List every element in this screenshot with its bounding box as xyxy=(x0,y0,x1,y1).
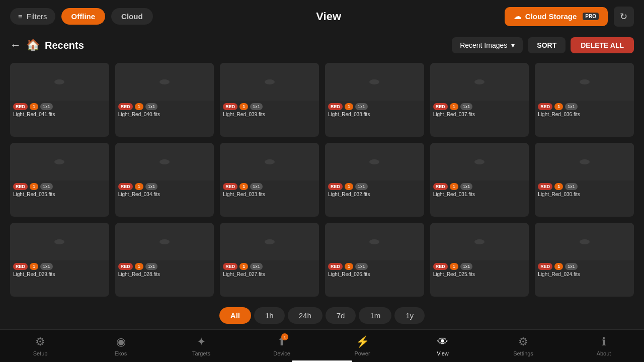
image-card[interactable]: RED 1 1x1 Light_Red_036.fits xyxy=(535,63,634,137)
device-badge: 1 xyxy=(281,333,288,340)
time-filter-1y[interactable]: 1y xyxy=(394,307,425,324)
top-right: ☁ Cloud Storage PRO ↻ xyxy=(505,7,634,27)
image-card[interactable]: RED 1 1x1 Light_Red_026.fits xyxy=(325,223,424,297)
time-filter-24h[interactable]: 24h xyxy=(288,307,323,324)
red-badge: RED xyxy=(13,183,28,190)
image-card[interactable]: RED 1 1x1 Light_Red_037.fits xyxy=(430,63,529,137)
image-card[interactable]: RED 1 1x1 Light_Red_039.fits xyxy=(220,63,319,137)
image-card[interactable]: RED 1 1x1 Light_Red_035.fits xyxy=(10,143,109,217)
image-card[interactable]: RED 1 1x1 Light_Red_030.fits xyxy=(535,143,634,217)
image-thumbnail xyxy=(325,143,424,180)
num-badge: 1 xyxy=(554,103,563,110)
num-badge: 1 xyxy=(345,263,353,270)
nav-item-settings[interactable]: ⚙ Settings xyxy=(483,335,564,356)
recents-title: Recents xyxy=(45,40,84,51)
image-badges: RED 1 1x1 xyxy=(223,183,316,190)
nav-item-view[interactable]: 👁 View xyxy=(403,335,483,356)
page-title: View xyxy=(316,10,341,23)
image-badges: RED 1 1x1 xyxy=(433,263,526,270)
dim-badge: 1x1 xyxy=(565,183,578,190)
image-badges: RED 1 1x1 xyxy=(433,103,526,110)
dim-badge: 1x1 xyxy=(460,103,473,110)
image-badges: RED 1 1x1 xyxy=(13,263,106,270)
num-badge: 1 xyxy=(345,103,353,110)
image-card[interactable]: RED 1 1x1 Light_Red_040.fits xyxy=(115,63,214,137)
num-badge: 1 xyxy=(450,183,458,190)
image-name: Light_Red_029.fits xyxy=(13,272,106,277)
delete-all-button[interactable]: DELETE ALL xyxy=(571,37,634,53)
image-thumbnail xyxy=(10,63,109,101)
image-card[interactable]: RED 1 1x1 Light_Red_028.fits xyxy=(115,223,214,297)
recents-right: Recent Images ▾ SORT DELETE ALL xyxy=(452,37,634,53)
time-filter-1m[interactable]: 1m xyxy=(359,307,391,324)
nav-item-setup[interactable]: ⚙ Setup xyxy=(0,335,80,356)
sort-button[interactable]: SORT xyxy=(528,37,566,53)
image-badges: RED 1 1x1 xyxy=(328,103,421,110)
filter-button[interactable]: ≡ Filters xyxy=(10,8,55,25)
offline-button[interactable]: Offline xyxy=(61,8,106,25)
image-name: Light_Red_038.fits xyxy=(328,112,421,117)
image-card[interactable]: RED 1 1x1 Light_Red_027.fits xyxy=(220,223,319,297)
cloud-storage-button[interactable]: ☁ Cloud Storage PRO xyxy=(505,7,608,26)
nav-item-about[interactable]: ℹ About xyxy=(564,335,644,356)
dim-badge: 1x1 xyxy=(40,183,53,190)
dim-badge: 1x1 xyxy=(355,183,368,190)
nav-label-device: Device xyxy=(273,350,290,356)
nav-item-targets[interactable]: ✦ Targets xyxy=(161,335,242,356)
refresh-button[interactable]: ↻ xyxy=(614,7,634,27)
ekos-icon: ◉ xyxy=(116,335,126,348)
image-card[interactable]: RED 1 1x1 Light_Red_034.fits xyxy=(115,143,214,217)
image-name: Light_Red_026.fits xyxy=(328,272,421,277)
nav-item-power[interactable]: ⚡ Power xyxy=(322,335,403,356)
recent-images-dropdown[interactable]: Recent Images ▾ xyxy=(452,37,523,53)
image-card[interactable]: RED 1 1x1 Light_Red_029.fits xyxy=(10,223,109,297)
dim-badge: 1x1 xyxy=(40,103,53,110)
view-icon: 👁 xyxy=(437,335,448,348)
dropdown-label: Recent Images xyxy=(460,41,507,49)
image-thumbnail xyxy=(325,223,424,260)
image-badges: RED 1 1x1 xyxy=(538,103,631,110)
image-card[interactable]: RED 1 1x1 Light_Red_033.fits xyxy=(220,143,319,217)
chevron-down-icon: ▾ xyxy=(511,41,515,49)
image-thumbnail xyxy=(535,63,634,101)
recents-bar: ← 🏠 Recents Recent Images ▾ SORT DELETE … xyxy=(0,33,644,58)
time-filter-7d[interactable]: 7d xyxy=(326,307,356,324)
nav-item-ekos[interactable]: ◉ Ekos xyxy=(80,335,161,356)
image-badges: RED 1 1x1 xyxy=(13,103,106,110)
image-card[interactable]: RED 1 1x1 Light_Red_025.fits xyxy=(430,223,529,297)
image-thumbnail xyxy=(535,143,634,180)
image-badges: RED 1 1x1 xyxy=(538,263,631,270)
dim-badge: 1x1 xyxy=(145,263,158,270)
red-badge: RED xyxy=(13,103,28,110)
image-card[interactable]: RED 1 1x1 Light_Red_038.fits xyxy=(325,63,424,137)
image-meta: RED 1 1x1 Light_Red_033.fits xyxy=(220,180,319,200)
image-name: Light_Red_036.fits xyxy=(538,112,631,117)
image-thumbnail xyxy=(535,223,634,260)
dim-badge: 1x1 xyxy=(250,263,263,270)
image-badges: RED 1 1x1 xyxy=(538,183,631,190)
image-card[interactable]: RED 1 1x1 Light_Red_031.fits xyxy=(430,143,529,217)
num-badge: 1 xyxy=(239,183,248,190)
image-card[interactable]: RED 1 1x1 Light_Red_032.fits xyxy=(325,143,424,217)
nav-label-ekos: Ekos xyxy=(115,350,127,356)
image-thumbnail xyxy=(220,63,319,101)
about-icon: ℹ xyxy=(602,335,606,348)
cloud-button[interactable]: Cloud xyxy=(111,8,153,25)
cloud-icon: ☁ xyxy=(514,12,521,21)
image-card[interactable]: RED 1 1x1 Light_Red_041.fits xyxy=(10,63,109,137)
time-filter-1h[interactable]: 1h xyxy=(254,307,285,324)
dim-badge: 1x1 xyxy=(565,263,578,270)
refresh-icon: ↻ xyxy=(620,11,627,22)
image-card[interactable]: RED 1 1x1 Light_Red_024.fits xyxy=(535,223,634,297)
num-badge: 1 xyxy=(239,103,248,110)
time-filter-all[interactable]: All xyxy=(219,307,251,324)
recents-left: ← 🏠 Recents xyxy=(10,39,84,52)
image-meta: RED 1 1x1 Light_Red_026.fits xyxy=(325,260,424,280)
red-badge: RED xyxy=(223,263,237,270)
back-button[interactable]: ← xyxy=(10,39,21,52)
nav-label-about: About xyxy=(597,350,611,356)
image-meta: RED 1 1x1 Light_Red_035.fits xyxy=(10,180,109,200)
nav-item-device[interactable]: ⬆ 1 Device xyxy=(242,335,322,356)
image-meta: RED 1 1x1 Light_Red_032.fits xyxy=(325,180,424,200)
num-badge: 1 xyxy=(30,103,38,110)
